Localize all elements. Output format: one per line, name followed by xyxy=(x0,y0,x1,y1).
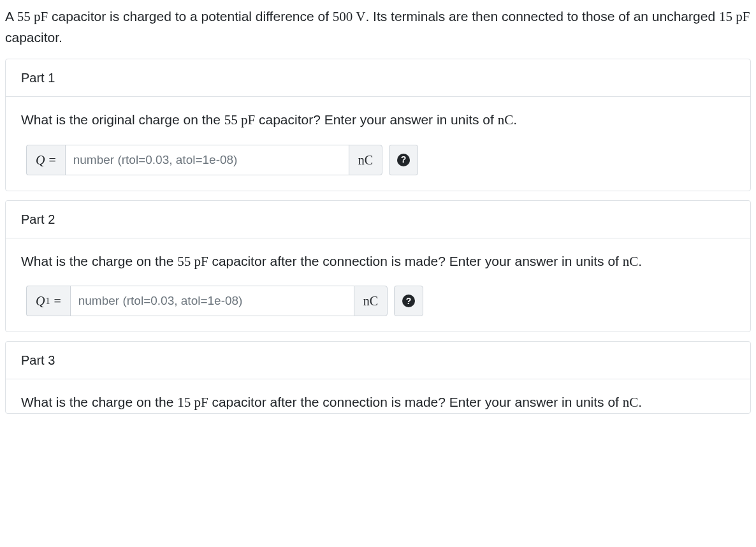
part-2-help-button[interactable]: ? xyxy=(394,286,423,316)
part-2: Part 2 What is the charge on the 55 pF c… xyxy=(5,200,751,333)
part-1-unit-label: nC xyxy=(349,145,382,175)
part-1-help-button[interactable]: ? xyxy=(389,145,418,175)
part-3-question: What is the charge on the 15 pF capacito… xyxy=(21,392,735,413)
part-3-header: Part 3 xyxy=(6,342,750,379)
part-2-header: Part 2 xyxy=(6,201,750,238)
part-2-variable-label: Q1 = xyxy=(26,286,70,316)
part-2-input-row: Q1 = nC ? xyxy=(21,286,735,316)
part-3: Part 3 What is the charge on the 15 pF c… xyxy=(5,341,751,414)
part-1-question: What is the original charge on the 55 pF… xyxy=(21,110,735,131)
part-2-question: What is the charge on the 55 pF capacito… xyxy=(21,251,735,272)
problem-intro: A 55 pF capacitor is charged to a potent… xyxy=(5,6,751,47)
part-2-unit-label: nC xyxy=(354,286,388,316)
part-2-answer-input[interactable] xyxy=(70,286,354,316)
part-1-variable-label: Q = xyxy=(26,145,65,175)
part-1: Part 1 What is the original charge on th… xyxy=(5,59,751,191)
part-1-header: Part 1 xyxy=(6,59,750,97)
part-1-input-row: Q = nC ? xyxy=(21,145,735,175)
part-1-answer-input[interactable] xyxy=(65,145,349,175)
help-icon: ? xyxy=(397,154,410,166)
help-icon: ? xyxy=(402,295,415,307)
